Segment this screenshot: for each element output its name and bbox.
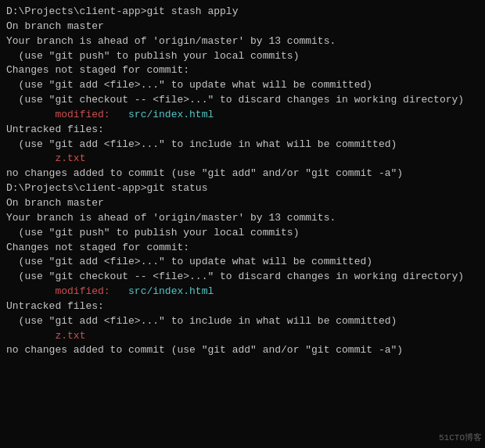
watermark-label: 51CTO博客: [439, 432, 482, 445]
terminal-line: (use "git checkout -- <file>..." to disc…: [6, 93, 479, 108]
terminal-line: no changes added to commit (use "git add…: [6, 343, 479, 358]
terminal-line: z.txt: [6, 329, 479, 344]
terminal-line: no changes added to commit (use "git add…: [6, 167, 479, 181]
terminal-line: (use "git add <file>..." to include in w…: [6, 138, 479, 152]
terminal-line: modified: src/index.html: [6, 108, 479, 123]
terminal-line: On branch master: [6, 196, 479, 211]
terminal-window: D:\Projects\client-app>git stash applyOn…: [0, 0, 485, 448]
terminal-line: Changes not staged for commit:: [6, 63, 479, 78]
terminal-line: D:\Projects\client-app>git status: [6, 181, 479, 196]
terminal-line: On branch master: [6, 20, 479, 34]
terminal-line: (use "git add <file>..." to update what …: [6, 78, 479, 93]
terminal-line: (use "git add <file>..." to include in w…: [6, 314, 479, 329]
terminal-line: Your branch is ahead of 'origin/master' …: [6, 34, 479, 49]
terminal-line: z.txt: [6, 152, 479, 167]
terminal-line: (use "git push" to publish your local co…: [6, 226, 479, 241]
terminal-line: D:\Projects\client-app>git stash apply: [6, 5, 479, 20]
terminal-line: (use "git checkout -- <file>..." to disc…: [6, 270, 479, 285]
terminal-line: Your branch is ahead of 'origin/master' …: [6, 211, 479, 226]
terminal-line: Untracked files:: [6, 299, 479, 314]
terminal-line: (use "git push" to publish your local co…: [6, 49, 479, 64]
terminal-line: (use "git add <file>..." to update what …: [6, 255, 479, 270]
terminal-line: modified: src/index.html: [6, 285, 479, 299]
terminal-line: Untracked files:: [6, 123, 479, 138]
terminal-line: Changes not staged for commit:: [6, 241, 479, 256]
